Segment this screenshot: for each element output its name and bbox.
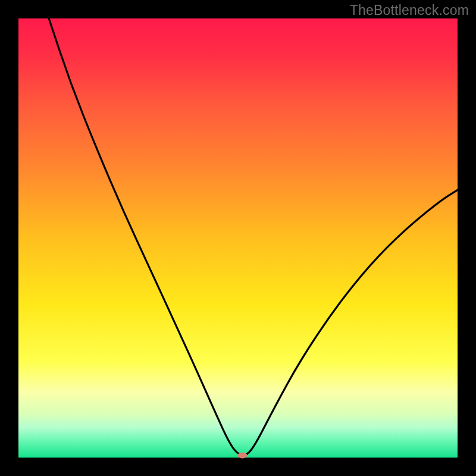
bottleneck-chart: TheBottleneck.com	[0, 0, 476, 476]
chart-canvas	[0, 0, 476, 476]
optimal-marker	[237, 453, 247, 459]
plot-background	[18, 18, 458, 458]
watermark-text: TheBottleneck.com	[350, 2, 469, 18]
